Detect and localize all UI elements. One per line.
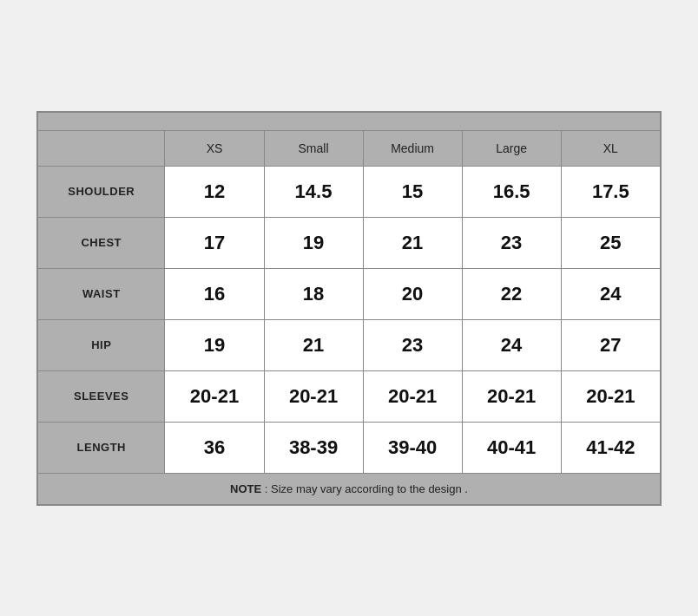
cell-sleeves-xl: 20-21: [561, 370, 661, 422]
cell-length-medium: 39-40: [363, 422, 462, 473]
header-xs: XS: [165, 130, 264, 166]
cell-hip-medium: 23: [363, 319, 462, 370]
cell-sleeves-xs: 20-21: [165, 370, 264, 422]
size-chart-container: XS Small Medium Large XL SHOULDER1214.51…: [19, 94, 679, 523]
row-label-hip: HIP: [37, 319, 165, 370]
cell-hip-xl: 27: [561, 319, 661, 370]
row-label-waist: WAIST: [37, 268, 165, 319]
cell-shoulder-large: 16.5: [462, 166, 561, 217]
size-chart-table: XS Small Medium Large XL SHOULDER1214.51…: [36, 111, 662, 506]
cell-sleeves-medium: 20-21: [363, 370, 462, 422]
cell-chest-large: 23: [462, 217, 561, 268]
row-label-shoulder: SHOULDER: [37, 166, 165, 217]
cell-chest-xs: 17: [165, 217, 264, 268]
cell-sleeves-small: 20-21: [264, 370, 363, 422]
header-label-col: [37, 130, 165, 166]
cell-chest-xl: 25: [561, 217, 661, 268]
cell-waist-xs: 16: [165, 268, 264, 319]
header-medium: Medium: [363, 130, 462, 166]
cell-length-xs: 36: [165, 422, 264, 473]
cell-shoulder-small: 14.5: [264, 166, 363, 217]
note-cell: NOTE : Size may vary according to the de…: [37, 473, 661, 505]
note-regular-text: : Size may vary according to the design …: [261, 482, 468, 495]
table-row: WAIST1618202224: [37, 268, 661, 319]
row-label-length: LENGTH: [37, 422, 165, 473]
cell-hip-small: 21: [264, 319, 363, 370]
cell-waist-xl: 24: [561, 268, 661, 319]
header-small: Small: [264, 130, 363, 166]
cell-length-large: 40-41: [462, 422, 561, 473]
table-row: HIP1921232427: [37, 319, 661, 370]
cell-length-xl: 41-42: [561, 422, 661, 473]
cell-sleeves-large: 20-21: [462, 370, 561, 422]
note-bold-text: NOTE: [230, 482, 261, 495]
cell-waist-small: 18: [264, 268, 363, 319]
cell-length-small: 38-39: [264, 422, 363, 473]
cell-waist-large: 22: [462, 268, 561, 319]
header-large: Large: [462, 130, 561, 166]
cell-shoulder-xs: 12: [165, 166, 264, 217]
table-row: CHEST1719212325: [37, 217, 661, 268]
row-label-sleeves: SLEEVES: [37, 370, 165, 422]
table-row: LENGTH3638-3939-4040-4141-42: [37, 422, 661, 473]
cell-shoulder-medium: 15: [363, 166, 462, 217]
cell-hip-xs: 19: [165, 319, 264, 370]
cell-hip-large: 24: [462, 319, 561, 370]
header-xl: XL: [561, 130, 661, 166]
cell-chest-medium: 21: [363, 217, 462, 268]
cell-chest-small: 19: [264, 217, 363, 268]
table-row: SLEEVES20-2120-2120-2120-2120-21: [37, 370, 661, 422]
table-row: SHOULDER1214.51516.517.5: [37, 166, 661, 217]
chart-title: [37, 112, 661, 131]
cell-shoulder-xl: 17.5: [561, 166, 661, 217]
cell-waist-medium: 20: [363, 268, 462, 319]
note-row: NOTE : Size may vary according to the de…: [37, 473, 661, 505]
title-row: [37, 112, 661, 131]
header-row: XS Small Medium Large XL: [37, 130, 661, 166]
row-label-chest: CHEST: [37, 217, 165, 268]
